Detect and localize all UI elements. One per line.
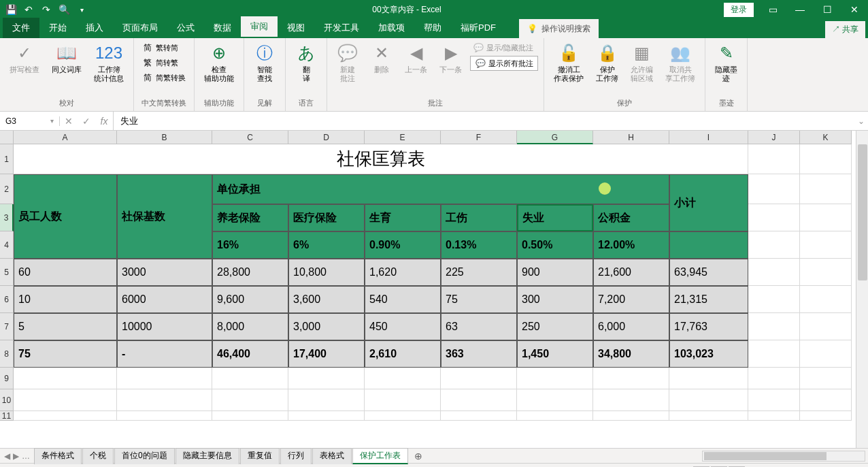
sheet-tab[interactable]: 保护工作表: [352, 448, 408, 464]
save-icon[interactable]: 💾: [3, 1, 19, 18]
tab-insert[interactable]: 插入: [76, 18, 113, 38]
sheet-nav-more-icon[interactable]: …: [22, 451, 30, 461]
row-header-3[interactable]: 3: [0, 204, 14, 231]
undo-icon[interactable]: ↶: [20, 1, 37, 18]
cell-c[interactable]: 46,400: [212, 340, 288, 368]
redo-icon[interactable]: ↷: [38, 1, 54, 18]
row-header-2[interactable]: 2: [0, 174, 14, 204]
expand-formula-icon[interactable]: ⌄: [854, 116, 868, 126]
rate-r_birth[interactable]: 0.90%: [365, 231, 441, 259]
cell[interactable]: [800, 174, 852, 204]
sheet-tab[interactable]: 行列: [280, 448, 312, 464]
cell-d[interactable]: 3,600: [288, 286, 365, 313]
cell-i[interactable]: 21,315: [669, 286, 748, 313]
cell-f[interactable]: 63: [441, 313, 517, 340]
tab-formulas[interactable]: 公式: [167, 18, 204, 38]
cell-i[interactable]: 17,763: [669, 313, 748, 340]
cell[interactable]: [748, 411, 800, 421]
cell-i[interactable]: 63,945: [669, 259, 748, 286]
cell-emp[interactable]: 75: [14, 340, 117, 368]
row-header-4[interactable]: 4: [0, 231, 14, 259]
add-sheet-button[interactable]: ⊕: [409, 451, 428, 462]
cell-g[interactable]: 250: [517, 313, 593, 340]
cell[interactable]: [441, 411, 517, 421]
cell-base[interactable]: 10000: [117, 313, 212, 340]
cell-f[interactable]: 363: [441, 340, 517, 368]
sheet-tab[interactable]: 重复值: [240, 448, 280, 464]
cell[interactable]: [212, 368, 288, 389]
cell-emp[interactable]: 5: [14, 313, 117, 340]
enter-formula-icon[interactable]: ✓: [78, 112, 95, 131]
cell[interactable]: [748, 231, 800, 259]
rate-r_unemp[interactable]: 0.50%: [517, 231, 593, 259]
rate-subtotal[interactable]: [669, 231, 748, 259]
tab-home[interactable]: 开始: [39, 18, 76, 38]
sheet-tab[interactable]: 首位0的问题: [114, 448, 175, 464]
row-header-11[interactable]: 11: [0, 411, 14, 421]
cell[interactable]: [441, 368, 517, 389]
show-all-comments-button[interactable]: 💬显示所有批注: [470, 56, 538, 71]
cell-e[interactable]: 450: [365, 313, 441, 340]
cell-i[interactable]: 103,023: [669, 340, 748, 368]
ribbon-options-icon[interactable]: ▭: [759, 0, 786, 19]
cell-e[interactable]: 2,610: [365, 340, 441, 368]
sheet-nav-prev-icon[interactable]: ◀: [4, 451, 10, 461]
table-title[interactable]: 社保匡算表: [14, 144, 748, 174]
tab-help[interactable]: 帮助: [414, 18, 451, 38]
cell-h[interactable]: 6,000: [593, 313, 669, 340]
share-button[interactable]: ↗ 共享: [825, 21, 865, 38]
cell[interactable]: [800, 313, 852, 340]
cell[interactable]: [117, 368, 212, 389]
sheet-tab[interactable]: 表格式: [312, 448, 352, 464]
cell[interactable]: [14, 411, 117, 421]
sheet-tab[interactable]: 条件格式: [34, 448, 82, 464]
fx-icon[interactable]: fx: [95, 112, 113, 131]
cell-c[interactable]: 8,000: [212, 313, 288, 340]
col-header-A[interactable]: A: [14, 131, 117, 144]
rate-r_fund[interactable]: 12.00%: [593, 231, 669, 259]
cell[interactable]: [748, 313, 800, 340]
tab-dev[interactable]: 开发工具: [314, 18, 369, 38]
cell-emp[interactable]: 10: [14, 286, 117, 313]
col-header-F[interactable]: F: [441, 131, 517, 144]
unprotect-sheet-button[interactable]: 🔓撤消工 作表保护: [550, 41, 588, 84]
col-header-I[interactable]: I: [669, 131, 748, 144]
col-header-B[interactable]: B: [117, 131, 212, 144]
workbook-stats-button[interactable]: 123工作簿 统计信息: [90, 41, 128, 84]
row-header-6[interactable]: 6: [0, 286, 14, 313]
cell-d[interactable]: 3,000: [288, 313, 365, 340]
horizontal-scrollbar[interactable]: [702, 451, 865, 462]
cell[interactable]: [748, 174, 800, 204]
minimize-icon[interactable]: —: [786, 0, 814, 19]
cell[interactable]: [800, 259, 852, 286]
cell[interactable]: [593, 368, 669, 389]
cell-e[interactable]: 540: [365, 286, 441, 313]
tab-addin[interactable]: 加载项: [369, 18, 414, 38]
cell[interactable]: [800, 368, 852, 389]
cell-f[interactable]: 75: [441, 286, 517, 313]
tab-file[interactable]: 文件: [3, 18, 39, 38]
cell[interactable]: [14, 368, 117, 389]
row-header-5[interactable]: 5: [0, 259, 14, 286]
cell[interactable]: [593, 389, 669, 411]
header-h_pension[interactable]: 养老保险: [212, 204, 288, 231]
cell[interactable]: [365, 389, 441, 411]
header-employees[interactable]: 员工人数: [14, 174, 117, 259]
cell-base[interactable]: -: [117, 340, 212, 368]
row-header-8[interactable]: 8: [0, 340, 14, 368]
smart-lookup-button[interactable]: ⓘ智能 查找: [250, 41, 280, 84]
cell-c[interactable]: 9,600: [212, 286, 288, 313]
cell[interactable]: [800, 411, 852, 421]
cell-base[interactable]: 3000: [117, 259, 212, 286]
cell-g[interactable]: 900: [517, 259, 593, 286]
cell-d[interactable]: 10,800: [288, 259, 365, 286]
col-header-K[interactable]: K: [800, 131, 852, 144]
header-h_birth[interactable]: 生育: [365, 204, 441, 231]
cell[interactable]: [669, 368, 748, 389]
tab-data[interactable]: 数据: [204, 18, 241, 38]
row-header-1[interactable]: 1: [0, 144, 14, 174]
header-h_med[interactable]: 医疗保险: [288, 204, 365, 231]
cell[interactable]: [117, 411, 212, 421]
row-header-7[interactable]: 7: [0, 313, 14, 340]
cell[interactable]: [14, 389, 117, 411]
